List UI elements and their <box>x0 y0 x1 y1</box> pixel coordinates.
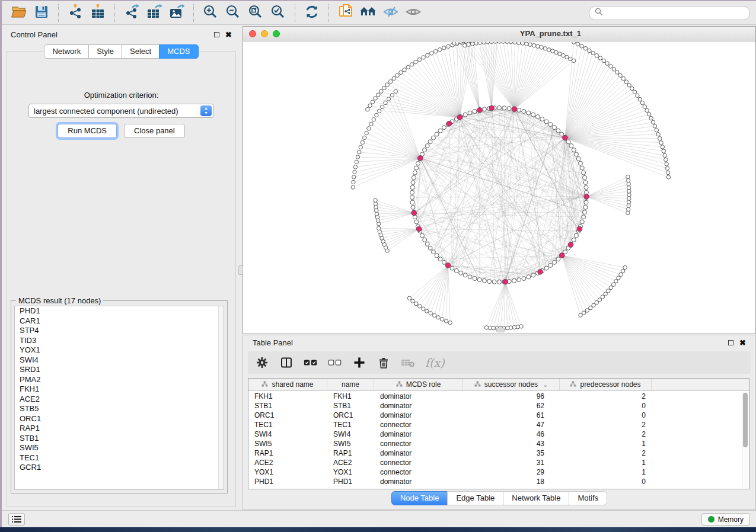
mcds-result-item[interactable]: GCR1 <box>15 463 224 473</box>
network-node[interactable] <box>615 70 619 74</box>
table-row[interactable]: YOX1YOX1connector291 <box>248 467 741 477</box>
mcds-result-item[interactable]: TID3 <box>15 336 224 346</box>
network-node[interactable] <box>522 277 526 281</box>
network-node[interactable] <box>425 309 429 313</box>
network-node[interactable] <box>598 56 602 60</box>
first-neighbors-button[interactable] <box>358 4 378 23</box>
create-column-button[interactable] <box>352 355 366 370</box>
network-node[interactable] <box>463 273 467 277</box>
network-node[interactable] <box>377 226 380 230</box>
network-node[interactable] <box>548 263 553 267</box>
network-node[interactable] <box>627 182 630 185</box>
network-node[interactable] <box>583 205 588 209</box>
table-cell[interactable]: 96 <box>463 392 560 400</box>
network-node[interactable] <box>612 68 615 71</box>
zoom-selected-button[interactable] <box>268 4 288 23</box>
network-node[interactable] <box>351 185 355 189</box>
network-node[interactable] <box>531 113 535 117</box>
network-node[interactable] <box>627 204 630 207</box>
table-cell[interactable]: PHD1 <box>327 477 374 486</box>
network-node[interactable] <box>423 148 427 152</box>
network-node[interactable] <box>448 321 452 324</box>
network-node[interactable] <box>647 113 650 116</box>
network-node[interactable] <box>640 101 644 104</box>
network-node[interactable] <box>665 162 668 166</box>
network-canvas[interactable] <box>243 42 755 334</box>
network-node[interactable] <box>384 101 387 104</box>
network-node[interactable] <box>540 117 544 121</box>
network-node[interactable] <box>662 149 665 153</box>
network-node[interactable] <box>626 211 630 214</box>
network-node[interactable] <box>365 131 368 134</box>
network-node[interactable] <box>630 86 634 90</box>
network-node[interactable] <box>468 111 472 115</box>
column-header-successor-nodes[interactable]: successor nodes ⌄ <box>463 379 560 390</box>
dominator-node[interactable] <box>416 226 422 232</box>
network-node[interactable] <box>627 200 630 204</box>
network-node[interactable] <box>658 137 662 140</box>
network-node[interactable] <box>525 42 528 46</box>
network-node[interactable] <box>435 254 439 258</box>
network-node[interactable] <box>664 158 668 161</box>
network-node[interactable] <box>425 242 429 246</box>
network-node[interactable] <box>442 126 446 130</box>
network-node[interactable] <box>528 43 532 46</box>
dominator-node[interactable] <box>584 194 589 199</box>
network-node[interactable] <box>410 185 414 190</box>
save-session-button[interactable] <box>31 4 52 23</box>
table-cell[interactable]: 1 <box>560 459 652 467</box>
network-node[interactable] <box>507 106 511 110</box>
network-node[interactable] <box>638 97 642 101</box>
network-node[interactable] <box>428 246 432 250</box>
export-table-button[interactable] <box>144 4 164 23</box>
network-node[interactable] <box>531 273 535 277</box>
mcds-result-item[interactable]: TEC1 <box>15 453 224 463</box>
network-node[interactable] <box>576 42 579 46</box>
network-node[interactable] <box>505 42 509 44</box>
network-node[interactable] <box>414 60 417 63</box>
network-node[interactable] <box>438 48 441 52</box>
zoom-fit-button[interactable] <box>245 4 266 23</box>
network-node[interactable] <box>482 42 486 44</box>
network-node[interactable] <box>463 43 467 47</box>
network-node[interactable] <box>482 107 486 111</box>
network-node[interactable] <box>582 171 586 175</box>
table-vertical-scrollbar[interactable] <box>742 392 748 488</box>
network-node[interactable] <box>540 46 543 49</box>
network-node[interactable] <box>572 42 576 44</box>
network-node[interactable] <box>605 62 609 65</box>
network-node[interactable] <box>390 93 394 97</box>
table-cell[interactable]: YOX1 <box>327 468 374 476</box>
dominator-node[interactable] <box>446 121 452 126</box>
network-node[interactable] <box>666 171 669 174</box>
network-node[interactable] <box>478 42 481 44</box>
network-node[interactable] <box>482 278 486 283</box>
export-image-button[interactable] <box>167 4 187 23</box>
network-node[interactable] <box>544 120 548 124</box>
table-cell[interactable]: connector <box>374 468 463 476</box>
network-node[interactable] <box>492 326 495 330</box>
network-node[interactable] <box>626 178 630 182</box>
network-node[interactable] <box>406 65 410 69</box>
network-node[interactable] <box>621 76 625 80</box>
network-node[interactable] <box>441 318 444 321</box>
network-node[interactable] <box>655 129 658 132</box>
dominator-node[interactable] <box>412 210 417 216</box>
network-node[interactable] <box>502 42 505 43</box>
mcds-result-item[interactable]: PMA2 <box>15 375 224 385</box>
network-node[interactable] <box>407 296 411 300</box>
close-table-panel-icon[interactable]: ✖ <box>739 340 746 345</box>
network-node[interactable] <box>583 46 587 50</box>
network-node[interactable] <box>619 273 623 276</box>
network-node[interactable] <box>497 106 502 110</box>
network-node[interactable] <box>361 140 364 144</box>
table-cell[interactable]: 2 <box>560 430 652 438</box>
table-cell[interactable]: STB1 <box>327 402 374 410</box>
dominator-node[interactable] <box>568 242 573 248</box>
network-node[interactable] <box>374 97 377 100</box>
optimization-criterion-select[interactable]: largest connected component (undirected)… <box>28 104 214 118</box>
network-node[interactable] <box>412 175 416 180</box>
network-node[interactable] <box>429 52 433 55</box>
table-cell[interactable]: dominator <box>374 430 463 438</box>
select-all-button[interactable] <box>304 355 318 370</box>
